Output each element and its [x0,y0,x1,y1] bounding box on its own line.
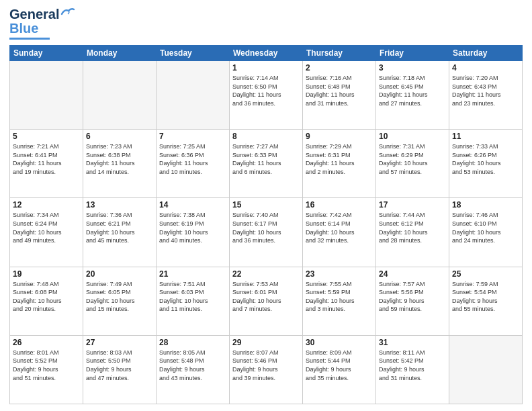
day-number: 4 [452,63,519,73]
day-info: Sunrise: 7:53 AM Sunset: 6:01 PM Dayligh… [232,280,300,314]
calendar-week-5: 26Sunrise: 8:01 AM Sunset: 5:52 PM Dayli… [10,335,523,404]
logo-general-text: General [9,7,59,22]
day-number: 31 [379,338,446,347]
calendar-cell: 11Sunrise: 7:33 AM Sunset: 6:26 PM Dayli… [449,130,523,198]
day-info: Sunrise: 7:42 AM Sunset: 6:14 PM Dayligh… [306,211,373,244]
day-info: Sunrise: 7:23 AM Sunset: 6:38 PM Dayligh… [86,142,153,176]
day-info: Sunrise: 7:59 AM Sunset: 5:54 PM Dayligh… [452,280,519,314]
calendar-cell: 5Sunrise: 7:21 AM Sunset: 6:41 PM Daylig… [10,130,83,198]
day-number: 5 [13,132,80,141]
day-number: 22 [232,269,300,279]
calendar-cell: 12Sunrise: 7:34 AM Sunset: 6:24 PM Dayli… [10,198,83,267]
weekday-header-saturday: Saturday [449,46,523,61]
calendar-cell: 21Sunrise: 7:51 AM Sunset: 6:03 PM Dayli… [157,267,230,335]
calendar-cell: 17Sunrise: 7:44 AM Sunset: 6:12 PM Dayli… [376,198,449,267]
calendar-cell: 25Sunrise: 7:59 AM Sunset: 5:54 PM Dayli… [449,267,523,335]
day-info: Sunrise: 7:14 AM Sunset: 6:50 PM Dayligh… [232,74,300,107]
calendar-cell [157,61,230,130]
calendar-cell: 19Sunrise: 7:48 AM Sunset: 6:08 PM Dayli… [10,267,83,335]
day-number: 16 [306,200,373,210]
day-info: Sunrise: 7:40 AM Sunset: 6:17 PM Dayligh… [232,211,300,244]
day-number: 8 [232,132,300,141]
calendar-week-1: 1Sunrise: 7:14 AM Sunset: 6:50 PM Daylig… [10,61,523,130]
calendar-cell: 15Sunrise: 7:40 AM Sunset: 6:17 PM Dayli… [230,198,303,267]
day-number: 13 [86,200,153,210]
day-number: 21 [159,269,226,279]
calendar-cell: 6Sunrise: 7:23 AM Sunset: 6:38 PM Daylig… [83,130,157,198]
day-info: Sunrise: 7:49 AM Sunset: 6:05 PM Dayligh… [86,280,153,314]
page: General Blue SundayMondayTuesdayWednesda… [0,0,532,411]
calendar-cell: 8Sunrise: 7:27 AM Sunset: 6:33 PM Daylig… [230,130,303,198]
day-info: Sunrise: 8:11 AM Sunset: 5:42 PM Dayligh… [379,349,446,382]
calendar-cell: 29Sunrise: 8:07 AM Sunset: 5:46 PM Dayli… [230,335,303,404]
calendar-cell: 14Sunrise: 7:38 AM Sunset: 6:19 PM Dayli… [157,198,230,267]
day-number: 28 [159,338,226,347]
day-info: Sunrise: 7:20 AM Sunset: 6:43 PM Dayligh… [452,74,519,107]
day-number: 17 [379,200,446,210]
weekday-header-monday: Monday [83,46,157,61]
day-info: Sunrise: 7:18 AM Sunset: 6:45 PM Dayligh… [379,74,446,107]
day-info: Sunrise: 7:33 AM Sunset: 6:26 PM Dayligh… [452,142,519,176]
day-info: Sunrise: 7:55 AM Sunset: 5:59 PM Dayligh… [306,280,373,314]
calendar-cell: 27Sunrise: 8:03 AM Sunset: 5:50 PM Dayli… [83,335,157,404]
calendar-cell: 26Sunrise: 8:01 AM Sunset: 5:52 PM Dayli… [10,335,83,404]
calendar-cell: 4Sunrise: 7:20 AM Sunset: 6:43 PM Daylig… [449,61,523,130]
day-info: Sunrise: 7:31 AM Sunset: 6:29 PM Dayligh… [379,142,446,176]
calendar-cell: 1Sunrise: 7:14 AM Sunset: 6:50 PM Daylig… [230,61,303,130]
day-info: Sunrise: 8:01 AM Sunset: 5:52 PM Dayligh… [13,349,80,382]
calendar-cell: 7Sunrise: 7:25 AM Sunset: 6:36 PM Daylig… [157,130,230,198]
calendar-cell [10,61,83,130]
day-number: 18 [452,200,519,210]
weekday-header-thursday: Thursday [303,46,376,61]
day-number: 3 [379,63,446,73]
day-info: Sunrise: 8:09 AM Sunset: 5:44 PM Dayligh… [306,349,373,382]
day-info: Sunrise: 7:16 AM Sunset: 6:48 PM Dayligh… [306,74,373,107]
calendar-cell: 30Sunrise: 8:09 AM Sunset: 5:44 PM Dayli… [303,335,376,404]
calendar-week-2: 5Sunrise: 7:21 AM Sunset: 6:41 PM Daylig… [10,130,523,198]
day-info: Sunrise: 7:36 AM Sunset: 6:21 PM Dayligh… [86,211,153,244]
calendar-cell: 10Sunrise: 7:31 AM Sunset: 6:29 PM Dayli… [376,130,449,198]
calendar-cell: 16Sunrise: 7:42 AM Sunset: 6:14 PM Dayli… [303,198,376,267]
day-info: Sunrise: 7:51 AM Sunset: 6:03 PM Dayligh… [159,280,226,314]
calendar-cell: 28Sunrise: 8:05 AM Sunset: 5:48 PM Dayli… [157,335,230,404]
weekday-header-wednesday: Wednesday [230,46,303,61]
day-number: 11 [452,132,519,141]
day-number: 15 [232,200,300,210]
day-number: 23 [306,269,373,279]
day-info: Sunrise: 7:44 AM Sunset: 6:12 PM Dayligh… [379,211,446,244]
day-info: Sunrise: 7:57 AM Sunset: 5:56 PM Dayligh… [379,280,446,314]
day-info: Sunrise: 7:29 AM Sunset: 6:31 PM Dayligh… [306,142,373,176]
day-number: 30 [306,338,373,347]
day-number: 12 [13,200,80,210]
logo: General Blue [9,7,75,40]
calendar-week-3: 12Sunrise: 7:34 AM Sunset: 6:24 PM Dayli… [10,198,523,267]
calendar-cell: 31Sunrise: 8:11 AM Sunset: 5:42 PM Dayli… [376,335,449,404]
day-info: Sunrise: 7:48 AM Sunset: 6:08 PM Dayligh… [13,280,80,314]
day-number: 14 [159,200,226,210]
calendar-cell: 3Sunrise: 7:18 AM Sunset: 6:45 PM Daylig… [376,61,449,130]
day-number: 7 [159,132,226,141]
day-info: Sunrise: 8:07 AM Sunset: 5:46 PM Dayligh… [232,349,300,382]
calendar-cell: 22Sunrise: 7:53 AM Sunset: 6:01 PM Dayli… [230,267,303,335]
logo-blue-text: Blue [9,21,38,36]
day-number: 24 [379,269,446,279]
day-number: 1 [232,63,300,73]
day-info: Sunrise: 7:46 AM Sunset: 6:10 PM Dayligh… [452,211,519,244]
calendar-cell: 2Sunrise: 7:16 AM Sunset: 6:48 PM Daylig… [303,61,376,130]
logo-underline [9,38,50,40]
calendar-cell: 13Sunrise: 7:36 AM Sunset: 6:21 PM Dayli… [83,198,157,267]
day-info: Sunrise: 7:34 AM Sunset: 6:24 PM Dayligh… [13,211,80,244]
calendar-cell: 20Sunrise: 7:49 AM Sunset: 6:05 PM Dayli… [83,267,157,335]
calendar-week-4: 19Sunrise: 7:48 AM Sunset: 6:08 PM Dayli… [10,267,523,335]
weekday-header-sunday: Sunday [10,46,83,61]
weekday-header-row: SundayMondayTuesdayWednesdayThursdayFrid… [10,46,523,61]
day-number: 20 [86,269,153,279]
calendar-cell: 18Sunrise: 7:46 AM Sunset: 6:10 PM Dayli… [449,198,523,267]
day-number: 27 [86,338,153,347]
day-info: Sunrise: 7:38 AM Sunset: 6:19 PM Dayligh… [159,211,226,244]
day-number: 29 [232,338,300,347]
day-number: 25 [452,269,519,279]
calendar-cell: 9Sunrise: 7:29 AM Sunset: 6:31 PM Daylig… [303,130,376,198]
calendar-table: SundayMondayTuesdayWednesdayThursdayFrid… [9,45,523,404]
day-info: Sunrise: 7:21 AM Sunset: 6:41 PM Dayligh… [13,142,80,176]
